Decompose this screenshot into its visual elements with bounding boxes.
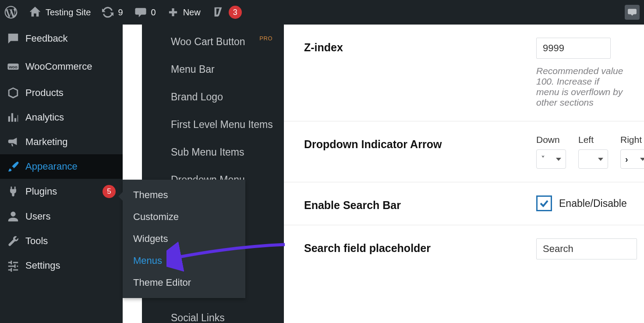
admin-sidebar: Feedback woo WooCommerce Products Analyt… <box>0 25 123 323</box>
sidebar-item-label: Marketing <box>25 136 116 148</box>
yoast-count: 3 <box>229 6 242 19</box>
sliders-icon <box>7 259 19 272</box>
submenu-customize[interactable]: Customize <box>123 206 245 228</box>
submenu-label: Customize <box>133 211 179 222</box>
arrow-select-right[interactable]: › <box>620 149 644 169</box>
submenu-widgets[interactable]: Widgets <box>123 228 245 250</box>
customize-item-first-level[interactable]: First Level Menu Items <box>123 111 284 138</box>
setting-label: Dropdown Indicator Arrow <box>304 135 519 151</box>
customize-item-social-links[interactable]: Social Links <box>123 304 284 323</box>
customize-item-label: Woo Cart Button <box>171 36 245 48</box>
sidebar-item-analytics[interactable]: Analytics <box>0 105 123 130</box>
submenu-menus[interactable]: Menus <box>123 250 245 272</box>
comments-link[interactable]: 0 <box>134 6 156 18</box>
sidebar-item-woocommerce[interactable]: woo WooCommerce <box>0 53 123 81</box>
customize-item-label: Sub Menu Items <box>171 146 244 158</box>
sidebar-item-label: Plugins <box>25 186 96 197</box>
customize-item-label: First Level Menu Items <box>171 119 273 131</box>
sidebar-item-feedback[interactable]: Feedback <box>0 25 123 53</box>
admin-bar: Testing Site 9 0 New 3 <box>0 0 644 25</box>
sidebar-item-appearance[interactable]: Appearance <box>0 154 123 179</box>
arrow-select-down[interactable]: ˅ <box>536 149 566 169</box>
arrow-glyph: › <box>625 154 628 164</box>
sidebar-item-label: Analytics <box>25 112 116 123</box>
arrow-col-down: Down ˅ <box>536 135 566 169</box>
chevron-down-icon <box>556 158 561 161</box>
arrow-col-label: Left <box>578 135 608 145</box>
site-title: Testing Site <box>46 7 91 18</box>
comment-icon <box>134 6 147 18</box>
megaphone-icon <box>7 136 19 148</box>
customize-item-brand-logo[interactable]: Brand Logo <box>123 83 284 111</box>
settings-form: Z-index Recommended value 100. Increase … <box>284 25 644 323</box>
sidebar-item-label: Feedback <box>25 33 116 44</box>
submenu-label: Menus <box>133 255 162 266</box>
chevron-down-icon <box>640 158 644 161</box>
adminbar-right <box>625 5 640 20</box>
appearance-submenu: Themes Customize Widgets Menus Theme Edi… <box>123 180 245 298</box>
sidebar-item-products[interactable]: Products <box>0 81 123 105</box>
submenu-theme-editor[interactable]: Theme Editor <box>123 272 245 294</box>
wp-logo[interactable] <box>4 6 18 19</box>
checkmark-icon <box>539 198 549 209</box>
sidebar-item-label: Products <box>25 87 116 99</box>
chart-icon <box>7 111 19 124</box>
customize-item-sub-menu[interactable]: Sub Menu Items <box>123 138 284 166</box>
plugins-update-count: 5 <box>103 185 116 198</box>
sidebar-item-label: WooCommerce <box>25 61 116 72</box>
submenu-label: Widgets <box>133 233 168 244</box>
updates-link[interactable]: 9 <box>102 7 123 18</box>
arrow-col-label: Right <box>620 135 644 145</box>
setting-search-placeholder: Search field placeholder <box>284 225 644 273</box>
arrow-col-label: Down <box>536 135 566 145</box>
search-placeholder-input[interactable] <box>536 238 637 259</box>
sidebar-item-label: Tools <box>25 235 116 247</box>
yoast-link[interactable]: 3 <box>212 6 242 19</box>
enable-search-checkbox[interactable] <box>536 195 552 211</box>
yoast-icon <box>212 6 224 18</box>
woocommerce-icon: woo <box>7 60 19 73</box>
refresh-icon <box>102 7 113 18</box>
sidebar-item-users[interactable]: Users <box>0 204 123 229</box>
feedback-icon <box>7 32 19 45</box>
sidebar-item-marketing[interactable]: Marketing <box>0 130 123 154</box>
setting-label: Z-index <box>304 38 519 54</box>
sidebar-item-label: Users <box>25 211 116 222</box>
zindex-input[interactable] <box>536 38 611 59</box>
setting-label: Search field placeholder <box>304 238 519 255</box>
arrow-select-left[interactable] <box>578 149 608 169</box>
site-link[interactable]: Testing Site <box>29 6 91 18</box>
arrow-col-left: Left <box>578 135 608 169</box>
updates-count: 9 <box>118 7 123 18</box>
box-icon <box>7 87 19 99</box>
submenu-themes[interactable]: Themes <box>123 184 245 206</box>
sidebar-item-plugins[interactable]: Plugins 5 <box>0 179 123 204</box>
arrow-col-right: Right › <box>620 135 644 169</box>
submenu-label: Theme Editor <box>133 277 191 288</box>
chevron-down-icon <box>598 158 603 161</box>
brush-icon <box>7 160 19 173</box>
wrench-icon <box>7 235 19 247</box>
sidebar-item-label: Appearance <box>25 161 116 172</box>
sidebar-item-settings[interactable]: Settings <box>0 253 123 278</box>
inbox-button[interactable] <box>625 5 640 20</box>
customize-item-woo-cart[interactable]: Woo Cart Button PRO <box>123 28 284 56</box>
customize-item-label: Menu Bar <box>171 64 215 75</box>
setting-dropdown-arrow: Dropdown Indicator Arrow Down ˅ Left <box>284 121 644 182</box>
plug-icon <box>7 185 19 198</box>
sidebar-item-label: Settings <box>25 260 116 271</box>
plus-icon <box>167 7 179 18</box>
new-link[interactable]: New <box>167 7 201 18</box>
customize-item-label: Brand Logo <box>171 91 223 103</box>
submenu-label: Themes <box>133 189 168 200</box>
setting-label: Enable Search Bar <box>304 195 519 212</box>
svg-text:woo: woo <box>8 64 18 69</box>
setting-search-enable: Enable Search Bar Enable/Disable <box>284 182 644 225</box>
sidebar-item-tools[interactable]: Tools <box>0 229 123 253</box>
home-icon <box>29 6 41 18</box>
zindex-hint: Recommended value 100. Increase if menu … <box>536 66 624 108</box>
customize-item-label: Social Links <box>171 312 225 323</box>
arrow-glyph: ˅ <box>541 154 545 164</box>
new-label: New <box>183 7 201 18</box>
customize-item-menu-bar[interactable]: Menu Bar <box>123 56 284 83</box>
